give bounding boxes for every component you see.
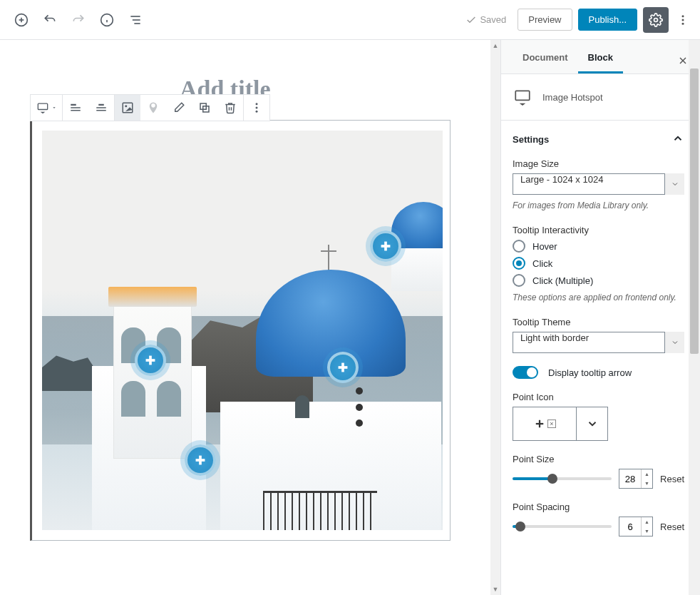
radio-click[interactable]: Click [513,257,684,270]
svg-point-12 [682,22,684,24]
point-spacing-label: Point Spacing [513,502,684,512]
publish-button[interactable]: Publish... [578,9,637,31]
trash-button[interactable] [217,95,243,121]
edit-button[interactable] [166,95,192,121]
block-type-icon [513,87,532,107]
tab-document[interactable]: Document [513,44,578,73]
point-icon-preview[interactable]: × [513,407,577,441]
svg-rect-15 [71,107,81,108]
tooltip-interactivity-hint: These options are applied on frontend on… [513,291,684,304]
svg-rect-14 [71,104,76,106]
settings-panel-toggle[interactable]: Settings [501,121,696,158]
svg-point-9 [654,18,658,21]
tooltip-theme-select[interactable]: Light with border [513,332,684,353]
tooltip-theme-label: Tooltip Theme [513,317,684,327]
radio-hover[interactable]: Hover [513,240,684,253]
svg-rect-16 [71,110,81,111]
align-center-button[interactable] [88,95,114,121]
tooltip-interactivity-label: Tooltip Interactivity [513,225,684,235]
more-menu-button[interactable] [674,7,691,33]
block-toolbar [30,94,270,121]
panel-title: Settings [513,134,549,145]
point-spacing-slider[interactable] [513,525,612,528]
preview-button[interactable]: Preview [518,9,572,31]
tab-block[interactable]: Block [578,44,623,73]
image-hotspot-block[interactable] [30,120,451,541]
duplicate-button[interactable] [192,95,217,121]
top-toolbar: Saved Preview Publish... [0,0,700,40]
saved-label: Saved [480,14,506,25]
svg-point-21 [125,105,127,107]
point-icon-label: Point Icon [513,392,684,402]
add-block-button[interactable] [9,7,34,33]
svg-rect-20 [123,103,133,113]
svg-point-25 [256,107,258,109]
sidebar-scrollbar[interactable] [689,40,700,595]
point-size-reset[interactable]: Reset [660,474,684,484]
svg-rect-19 [96,110,106,111]
point-icon-dropdown[interactable] [577,407,608,441]
settings-toggle-button[interactable] [643,7,669,33]
svg-point-11 [682,19,684,21]
block-name-label: Image Hotspot [542,92,603,103]
radio-click-multiple[interactable]: Click (Multiple) [513,274,684,287]
svg-rect-17 [98,104,104,106]
svg-rect-18 [96,107,106,108]
display-arrow-toggle[interactable] [513,366,538,379]
saved-indicator: Saved [465,14,506,26]
display-arrow-label: Display tooltip arrow [548,367,632,378]
svg-point-10 [682,15,684,17]
hotspot-point[interactable] [370,230,401,262]
undo-button[interactable] [37,7,63,33]
image-size-select[interactable]: Large - 1024 x 1024 [513,173,684,195]
block-more-button[interactable] [244,95,269,121]
redo-button[interactable] [66,7,91,33]
hotspot-point[interactable] [135,345,166,376]
image-size-hint: For images from Media Library only. [513,199,684,212]
point-size-label: Point Size [513,454,684,464]
chevron-up-icon [671,132,684,147]
media-button[interactable] [115,95,140,121]
sidebar-tabs: Document Block [501,40,700,74]
outline-button[interactable] [123,7,148,33]
hotspot-marker-button[interactable] [140,95,166,121]
point-size-slider[interactable] [513,477,612,480]
hotspot-point[interactable] [327,352,359,383]
svg-point-24 [256,103,258,105]
image-size-label: Image Size [513,158,684,169]
point-size-input[interactable]: ▲▼ [619,469,653,489]
svg-rect-13 [38,103,47,109]
hotspot-canvas[interactable] [42,131,443,530]
svg-rect-37 [515,91,530,100]
info-button[interactable] [94,7,120,33]
point-spacing-input[interactable]: ▲▼ [619,517,653,536]
align-left-button[interactable] [63,95,88,121]
point-spacing-reset[interactable]: Reset [660,522,684,532]
clear-icon-button[interactable]: × [547,419,556,428]
block-type-button[interactable] [31,95,62,121]
block-header: Image Hotspot [501,74,696,120]
svg-point-26 [256,111,258,113]
hotspot-point[interactable] [185,444,216,476]
